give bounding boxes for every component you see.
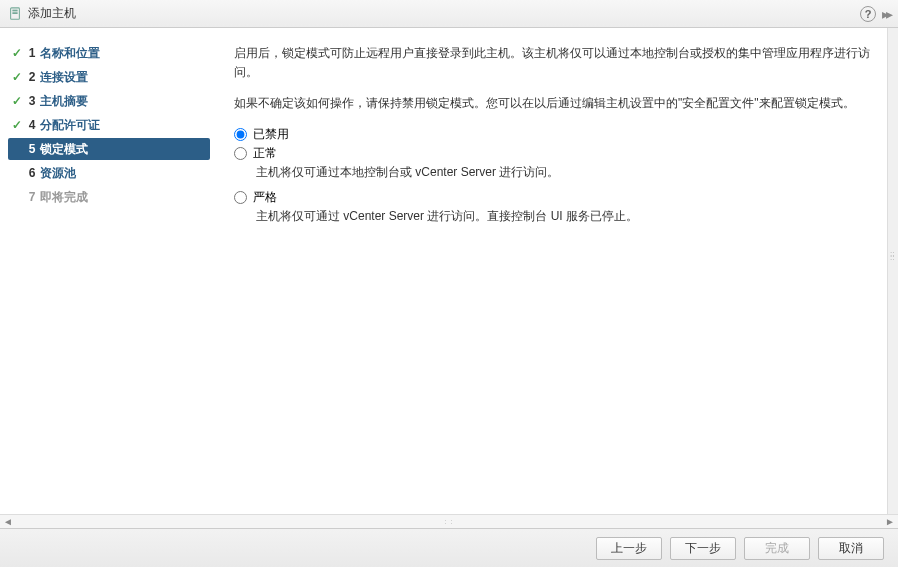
window-title: 添加主机 [28,5,860,22]
step-resource-pool[interactable]: 6 资源池 [0,162,216,184]
option-label: 正常 [253,145,277,162]
step-number: 2 [24,70,40,84]
option-label: 已禁用 [253,126,289,143]
option-disabled[interactable]: 已禁用 [234,126,875,143]
step-number: 3 [24,94,40,108]
rail-grip-icon: :::: [890,252,894,260]
step-finish: 7 即将完成 [0,186,216,208]
step-summary[interactable]: ✓ 3 主机摘要 [0,90,216,112]
footer: 上一步 下一步 完成 取消 [0,528,898,567]
step-number: 4 [24,118,40,132]
horizontal-scrollbar[interactable]: ◄ : : ► [0,514,898,528]
content-panel: 启用后，锁定模式可防止远程用户直接登录到此主机。该主机将仅可以通过本地控制台或授… [216,28,888,514]
check-icon: ✓ [10,118,24,132]
step-name-location[interactable]: ✓ 1 名称和位置 [0,42,216,64]
option-normal-desc: 主机将仅可通过本地控制台或 vCenter Server 进行访问。 [256,164,875,181]
scroll-grip-icon: : : [444,517,454,526]
option-normal[interactable]: 正常 [234,145,875,162]
finish-button: 完成 [744,537,810,560]
step-number: 7 [24,190,40,204]
right-rail: :::: [888,28,898,514]
step-label: 锁定模式 [40,141,88,158]
back-button[interactable]: 上一步 [596,537,662,560]
next-button[interactable]: 下一步 [670,537,736,560]
option-strict-desc: 主机将仅可通过 vCenter Server 进行访问。直接控制台 UI 服务已… [256,208,875,225]
radio-strict[interactable] [234,191,247,204]
step-label: 名称和位置 [40,45,100,62]
check-icon: ✓ [10,94,24,108]
step-label: 连接设置 [40,69,88,86]
radio-disabled[interactable] [234,128,247,141]
check-icon: ✓ [10,70,24,84]
radio-normal[interactable] [234,147,247,160]
scroll-left-icon[interactable]: ◄ [2,516,14,527]
scroll-right-icon[interactable]: ► [884,516,896,527]
main-area: ✓ 1 名称和位置 ✓ 2 连接设置 ✓ 3 主机摘要 ✓ 4 分配许可证 5 … [0,28,898,514]
step-number: 6 [24,166,40,180]
description-1: 启用后，锁定模式可防止远程用户直接登录到此主机。该主机将仅可以通过本地控制台或授… [234,44,875,82]
step-label: 主机摘要 [40,93,88,110]
cancel-button[interactable]: 取消 [818,537,884,560]
wizard-sidebar: ✓ 1 名称和位置 ✓ 2 连接设置 ✓ 3 主机摘要 ✓ 4 分配许可证 5 … [0,28,216,514]
titlebar: 添加主机 ? ▸▸ [0,0,898,28]
step-label: 资源池 [40,165,76,182]
step-connection[interactable]: ✓ 2 连接设置 [0,66,216,88]
help-icon[interactable]: ? [860,6,876,22]
expand-icon[interactable]: ▸▸ [882,6,890,22]
check-icon: ✓ [10,46,24,60]
step-label: 分配许可证 [40,117,100,134]
host-icon [8,7,22,21]
step-label: 即将完成 [40,189,88,206]
step-license[interactable]: ✓ 4 分配许可证 [0,114,216,136]
description-2: 如果不确定该如何操作，请保持禁用锁定模式。您可以在以后通过编辑主机设置中的"安全… [234,94,875,113]
step-number: 5 [24,142,40,156]
option-strict[interactable]: 严格 [234,189,875,206]
svg-rect-2 [12,12,17,14]
step-number: 1 [24,46,40,60]
step-lockdown[interactable]: 5 锁定模式 [8,138,210,160]
option-label: 严格 [253,189,277,206]
svg-rect-1 [12,9,17,11]
